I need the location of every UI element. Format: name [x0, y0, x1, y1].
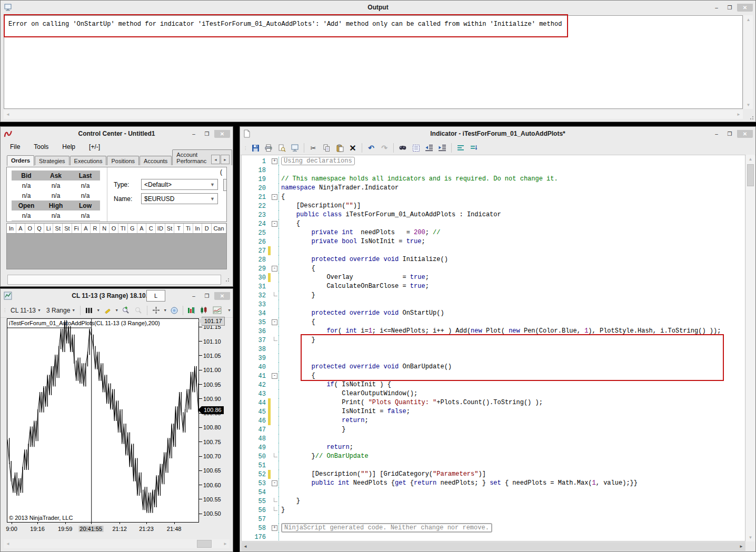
output-window-icon[interactable] [290, 143, 300, 153]
fold-toggle-icon[interactable]: - [272, 319, 277, 325]
grid-column-header[interactable]: D [202, 224, 212, 233]
tab-strategies[interactable]: Strategies [35, 156, 69, 165]
control-center-titlebar[interactable]: Control Center - Untitled1 – ❐ ✕ [1, 127, 233, 140]
clipped-button[interactable] [223, 179, 227, 191]
grid-column-header[interactable]: St [53, 224, 63, 233]
undo-icon[interactable]: ↶ [366, 143, 376, 153]
grid-column-header[interactable]: R [91, 224, 100, 233]
instrument-selector[interactable]: CL 11-13▼ [9, 306, 43, 315]
tab-positions[interactable]: Positions [107, 156, 139, 165]
code-line-32[interactable]: 32 } [242, 291, 745, 300]
code-line-46[interactable]: 46 return; [242, 416, 745, 425]
code-line-47[interactable]: 47 } [242, 425, 745, 434]
delete-icon[interactable]: ✕ [347, 143, 358, 153]
grid-column-header[interactable]: TI [118, 224, 128, 233]
chevron-down-icon[interactable]: ▼ [115, 308, 118, 312]
grid-column-header[interactable]: G [128, 224, 137, 233]
price-axis[interactable]: 101.15101.10101.05101.00100.95100.90100.… [199, 318, 233, 521]
code-line-49[interactable]: 49 return; [242, 443, 745, 452]
grid-column-header[interactable]: T [174, 224, 184, 233]
grid-column-header[interactable]: St [165, 224, 175, 233]
chart-close-button[interactable]: ✕ [214, 292, 230, 300]
code-line-54[interactable]: 54 [242, 488, 745, 497]
code-line-36[interactable]: 36 for( int i=1; i<=NeedPlots; i++ ) Add… [242, 327, 745, 336]
outdent-icon[interactable] [424, 143, 434, 153]
chevron-down-icon[interactable]: ▼ [96, 308, 100, 312]
redo-icon[interactable]: ↷ [379, 143, 390, 153]
save-icon[interactable] [250, 143, 261, 153]
grid-column-header[interactable]: St [63, 224, 72, 233]
tabs-scroll-left-button[interactable]: ◄ [211, 155, 220, 164]
code-line-21[interactable]: 21-{ [242, 193, 745, 202]
cc-maximize-button[interactable]: ❐ [201, 130, 213, 138]
code-line-38[interactable]: 38 [242, 345, 745, 354]
code-line-24[interactable]: 24- { [242, 219, 745, 228]
fold-toggle-icon[interactable]: + [272, 158, 277, 164]
output-vertical-scrollbar[interactable]: ▲▼ [744, 15, 753, 109]
tab-accounts[interactable]: Accounts [140, 156, 172, 165]
period-selector[interactable]: 3 Range▼ [45, 306, 77, 315]
fold-toggle-icon[interactable]: - [272, 266, 277, 272]
crosshair-icon[interactable] [151, 306, 161, 315]
output-maximize-button[interactable]: ❐ [724, 4, 735, 12]
time-axis[interactable]: 9:0019:1619:5920:41:5521:1221:2321:48 [7, 522, 198, 536]
code-line-56[interactable]: 56} [242, 506, 745, 515]
output-titlebar[interactable]: Output – ❐ ✕ [1, 1, 755, 14]
chart-maximize-button[interactable]: ❐ [201, 292, 213, 300]
zoom-in-icon[interactable] [121, 306, 131, 315]
indicators-icon[interactable] [212, 306, 222, 315]
market-analyzer-icon[interactable] [186, 306, 197, 315]
editor-close-button[interactable]: ✕ [737, 130, 753, 138]
indent-icon[interactable] [437, 143, 447, 153]
chart-plot-area[interactable]: iTestForForum_01_AutoAddPlots(CL 11-13 (… [7, 318, 199, 523]
chart-styles-icon[interactable] [199, 306, 210, 315]
collapsed-region-box[interactable]: Using declarations [281, 157, 355, 165]
find-icon[interactable] [397, 143, 408, 153]
orders-grid[interactable]: InAOQLiStStFiARNOTIGACIDStTTiInDCan [6, 223, 227, 269]
code-line-22[interactable]: 22 [Description("")] [242, 202, 745, 210]
code-line-58[interactable]: 58+NinjaScript generated code. Neither c… [242, 524, 745, 533]
paste-icon[interactable] [334, 143, 345, 153]
sort-icon[interactable] [469, 143, 479, 153]
grid-column-header[interactable]: In [7, 224, 16, 233]
grid-column-header[interactable]: N [100, 224, 110, 233]
grid-column-header[interactable]: Ti [184, 224, 193, 233]
code-line-18[interactable]: 18 [242, 166, 745, 175]
code-line-176[interactable]: 176 [242, 533, 745, 541]
code-line-44[interactable]: 44 Print( "Plots Quantity: "+Plots.Count… [242, 398, 745, 407]
cc-resize-grip[interactable] [224, 276, 229, 282]
chart-horizontal-scrollbar[interactable]: ◄ ► [4, 539, 230, 548]
tab-executions[interactable]: Executions [70, 156, 107, 165]
editor-titlebar[interactable]: Indicator - iTestForForum_01_AutoAddPlot… [240, 127, 755, 140]
data-box-icon[interactable] [169, 306, 180, 315]
code-line-50[interactable]: 50 }// OnBarUpdate [242, 452, 745, 461]
editor-maximize-button[interactable]: ❐ [724, 130, 735, 138]
print-icon[interactable] [263, 143, 274, 153]
grid-column-header[interactable]: C [146, 224, 156, 233]
output-log-area[interactable]: Error on calling 'OnStartUp' method for … [4, 15, 743, 109]
code-line-39[interactable]: 39 [242, 354, 745, 363]
code-line-31[interactable]: 31 CalculateOnBarClose = true; [242, 282, 745, 291]
code-line-55[interactable]: 55 } [242, 497, 745, 506]
code-line-35[interactable]: 35- { [242, 318, 745, 327]
toolbar-drag-handle[interactable]: ⋮ [3, 308, 7, 313]
grid-column-header[interactable]: ID [156, 224, 165, 233]
code-line-28[interactable]: 28 protected override void Initialize() [242, 255, 745, 264]
cc-close-button[interactable]: ✕ [214, 130, 230, 138]
drawing-tools-icon[interactable] [102, 306, 113, 315]
code-line-19[interactable]: 19// This namespace holds all indicators… [242, 175, 745, 184]
code-line-41[interactable]: 41- { [242, 372, 745, 380]
toolbar-overflow-icon[interactable]: ▼ [227, 308, 231, 312]
editor-vertical-scrollbar[interactable]: ▲ ▼ [746, 155, 755, 541]
editor-minimize-button[interactable]: – [711, 130, 722, 138]
code-line-51[interactable]: 51 [242, 461, 745, 470]
code-line-52[interactable]: 52 [Description("")] [GridCategory("Para… [242, 470, 745, 479]
fold-toggle-icon[interactable]: + [272, 525, 277, 531]
chevron-down-icon[interactable]: ▼ [163, 308, 167, 312]
output-minimize-button[interactable]: – [711, 4, 722, 12]
grid-column-header[interactable]: Li [44, 224, 54, 233]
fold-toggle-icon[interactable]: - [272, 221, 277, 227]
grid-column-header[interactable]: O [110, 224, 119, 233]
output-horizontal-scrollbar[interactable]: ◄► [4, 110, 743, 119]
code-line-34[interactable]: 34 protected override void OnStartUp() [242, 309, 745, 318]
